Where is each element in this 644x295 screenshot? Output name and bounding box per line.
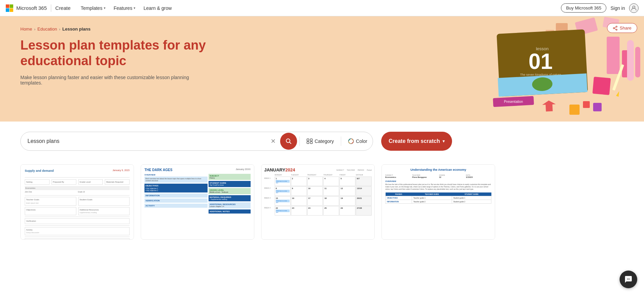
svg-line-8	[614, 27, 616, 28]
svg-line-34	[289, 142, 291, 144]
features-chevron-icon: ▾	[134, 6, 135, 10]
templates-chevron-icon: ▾	[104, 6, 105, 10]
t1-date: January 9, 2023	[113, 169, 130, 172]
filter-divider-1	[299, 136, 300, 146]
svg-point-7	[616, 29, 617, 30]
category-icon	[307, 138, 313, 144]
search-section: ✕ Category	[0, 122, 644, 161]
breadcrumb: Home › Education › Lesson plans	[20, 26, 244, 32]
user-icon	[631, 5, 637, 11]
template-card-calendar[interactable]: JANUARY2024 SUBJECTTEACHERPERIODPeriod M…	[261, 164, 375, 240]
breadcrumb-current: Lesson plans	[62, 26, 91, 32]
hero-subtitle: Make lesson planning faster and easier w…	[20, 75, 203, 86]
nav-links: Templates ▾ Features ▾ Learn & grow	[77, 3, 175, 13]
filter-divider-2	[341, 136, 341, 146]
svg-rect-36	[310, 139, 312, 141]
svg-rect-26	[569, 105, 580, 115]
template-thumb-2: THE DARK AGES January 20XX OVERVIEW Brie…	[141, 165, 254, 239]
svg-rect-23	[607, 37, 620, 74]
template-thumb-4: Understanding the American economy SUBJE…	[382, 165, 495, 239]
svg-rect-30	[635, 47, 640, 77]
t1-title: Supply and demand	[25, 169, 54, 173]
nav-right: Buy Microsoft 365 Sign in	[561, 3, 639, 13]
t2-date: January 20XX	[236, 168, 251, 170]
sign-in-button[interactable]: Sign in	[610, 5, 625, 11]
template-card-dark-ages[interactable]: THE DARK AGES January 20XX OVERVIEW Brie…	[141, 164, 254, 240]
svg-rect-0	[6, 4, 9, 8]
breadcrumb-education[interactable]: Education	[37, 26, 57, 32]
svg-rect-38	[310, 142, 312, 144]
svg-rect-1	[10, 4, 13, 8]
t2-title: THE DARK AGES	[144, 168, 172, 172]
svg-line-9	[614, 28, 616, 29]
hero-title: Lesson plan templates for any educationa…	[20, 38, 244, 69]
category-filter-button[interactable]: Category	[301, 132, 339, 150]
search-clear-button[interactable]: ✕	[267, 137, 279, 145]
create-chevron-icon: ▾	[443, 139, 445, 144]
svg-marker-32	[616, 91, 621, 97]
breadcrumb-sep-2: ›	[59, 27, 60, 31]
breadcrumb-sep-1: ›	[34, 27, 36, 31]
t4-title: Understanding the American economy	[385, 168, 491, 171]
buy-button[interactable]: Buy Microsoft 365	[561, 3, 606, 13]
svg-text:01: 01	[528, 49, 552, 74]
nav-learn-grow[interactable]: Learn & grow	[140, 3, 175, 13]
svg-marker-22	[542, 100, 556, 112]
search-input[interactable]	[27, 138, 267, 144]
svg-point-5	[616, 26, 617, 27]
t3-title: JANUARY2024	[264, 167, 295, 172]
hero-content: Home › Education › Lesson plans Lesson p…	[20, 26, 244, 86]
svg-point-40	[350, 140, 352, 142]
brand-logo[interactable]: Microsoft 365	[5, 4, 47, 12]
svg-point-6	[613, 27, 614, 29]
search-icon	[286, 138, 292, 144]
create-from-scratch-button[interactable]: Create from scratch ▾	[381, 132, 452, 151]
color-icon	[348, 138, 354, 144]
templates-section: Supply and demand January 9, 2023 Settin…	[0, 161, 644, 253]
navbar: Microsoft 365 Create Templates ▾ Feature…	[0, 0, 644, 16]
svg-rect-37	[307, 142, 309, 144]
template-card-american-economy[interactable]: Understanding the American economy SUBJE…	[382, 164, 495, 240]
user-avatar[interactable]	[629, 3, 639, 13]
nav-divider	[51, 4, 51, 12]
brand-name: Microsoft 365	[16, 5, 47, 11]
nav-create-label: Create	[55, 5, 71, 11]
svg-rect-29	[627, 40, 634, 81]
template-card-supply-demand[interactable]: Supply and demand January 9, 2023 Settin…	[20, 164, 134, 240]
svg-rect-35	[307, 139, 309, 141]
color-filter-button[interactable]: Color	[343, 132, 373, 150]
template-thumb-1: Supply and demand January 9, 2023 Settin…	[21, 165, 134, 239]
svg-rect-25	[592, 77, 611, 95]
ms-logo-icon	[5, 4, 14, 12]
breadcrumb-home[interactable]: Home	[20, 26, 32, 32]
nav-features[interactable]: Features ▾	[110, 3, 139, 13]
svg-rect-2	[6, 8, 9, 12]
nav-templates[interactable]: Templates ▾	[77, 3, 109, 13]
template-thumb-3: JANUARY2024 SUBJECTTEACHERPERIODPeriod M…	[261, 165, 374, 239]
share-button[interactable]: Share	[607, 23, 637, 33]
search-bar-container: ✕ Category	[20, 132, 373, 151]
hero-banner: Home › Education › Lesson plans Lesson p…	[0, 16, 644, 122]
svg-rect-28	[593, 103, 602, 111]
svg-rect-27	[583, 101, 590, 108]
share-icon	[613, 26, 618, 31]
templates-grid: Supply and demand January 9, 2023 Settin…	[20, 164, 495, 240]
svg-text:Presentation: Presentation	[504, 100, 523, 104]
search-submit-button[interactable]	[280, 133, 297, 150]
svg-rect-3	[10, 8, 13, 12]
